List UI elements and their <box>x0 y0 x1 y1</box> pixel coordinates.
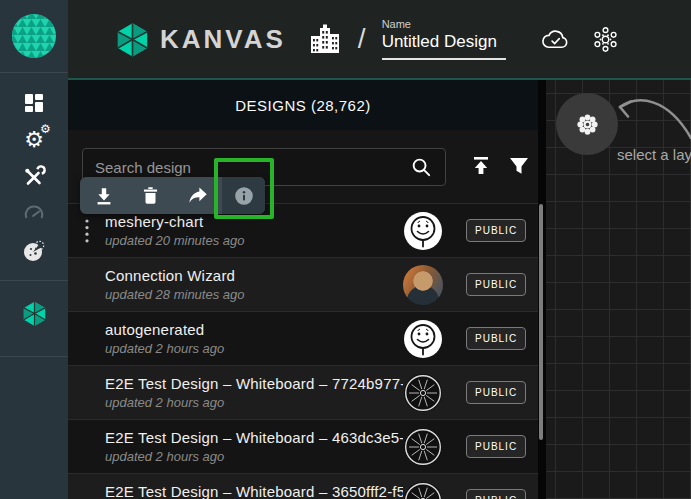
design-updated: updated 2 hours ago <box>105 341 403 356</box>
design-list-item[interactable]: E2E Test Design – Whiteboard – 3650fff2-… <box>68 473 538 499</box>
layer-select-button[interactable] <box>556 93 618 155</box>
topbar-actions <box>540 26 619 53</box>
design-updated: updated 28 minutes ago <box>105 287 403 302</box>
owner-avatar <box>403 265 443 305</box>
design-list: meshery-chart updated 20 minutes ago <box>68 203 538 499</box>
sidebar-item-kanvas[interactable] <box>0 281 68 345</box>
search-input[interactable] <box>95 159 410 176</box>
sidebar-item-catalog[interactable] <box>0 232 68 269</box>
sidebar-item-toolkit[interactable] <box>0 158 68 195</box>
sidebar-item-performance[interactable] <box>0 195 68 232</box>
visibility-badge: PUBLIC <box>466 219 526 242</box>
trash-icon <box>140 185 161 206</box>
visibility-badge: PUBLIC <box>466 327 526 350</box>
visibility-badge: PUBLIC <box>466 435 526 458</box>
toolbar-buttons <box>80 177 222 214</box>
dashboard-icon <box>22 91 46 115</box>
flower-gear-icon <box>574 111 601 138</box>
filter-funnel-icon[interactable] <box>507 154 531 178</box>
import-upload-icon[interactable] <box>469 154 493 178</box>
design-updated: updated 2 hours ago <box>105 449 403 464</box>
design-list-item[interactable]: E2E Test Design – Whiteboard – 463dc3e5-… <box>68 419 538 473</box>
wheel-avatar-icon <box>403 427 443 467</box>
selection-toolbar <box>80 177 265 214</box>
designs-panel: DESIGNS (28,762) <box>68 80 538 499</box>
owner-avatar <box>403 481 443 499</box>
canvas-hint-text: select a lay <box>617 146 691 163</box>
panel-gap <box>538 80 546 499</box>
design-title: autogenerated <box>105 321 403 338</box>
smiley-avatar-icon <box>403 319 443 359</box>
rail-divider <box>0 356 68 357</box>
left-rail: ⚙⚙ <box>0 0 68 499</box>
visibility-badge: PUBLIC <box>466 489 526 499</box>
share-arrow-icon <box>187 185 209 207</box>
cloud-saved-icon[interactable] <box>540 27 571 51</box>
design-list-item[interactable]: Connection Wizard updated 28 minutes ago… <box>68 257 538 311</box>
kanvas-hexagon-icon <box>114 21 151 58</box>
settings-gears-icon: ⚙⚙ <box>24 129 44 151</box>
owner-avatar <box>403 427 443 467</box>
kanvas-hexagon-icon <box>21 300 48 327</box>
performance-gauge-icon <box>22 202 46 226</box>
owner-avatar <box>403 211 443 251</box>
smiley-avatar-icon <box>403 211 443 251</box>
organization-building-icon[interactable] <box>308 23 342 55</box>
wheel-avatar-icon <box>403 481 443 499</box>
toolkit-icon <box>22 165 46 189</box>
kanvas-brand: KANVAS <box>114 21 286 58</box>
design-title: E2E Test Design – Whiteboard – 3650fff2-… <box>105 483 403 499</box>
design-info: E2E Test Design – Whiteboard – 463dc3e5-… <box>105 429 403 464</box>
design-list-item[interactable]: E2E Test Design – Whiteboard – 7724b977-… <box>68 365 538 419</box>
share-button[interactable] <box>187 185 209 207</box>
design-info: meshery-chart updated 20 minutes ago <box>105 213 403 248</box>
design-list-item[interactable]: autogenerated updated 2 hours ago <box>68 311 538 365</box>
download-button[interactable] <box>93 185 115 207</box>
owner-avatar <box>403 319 443 359</box>
mesh-environment-icon[interactable] <box>592 26 619 53</box>
rail-nav: ⚙⚙ <box>0 73 68 357</box>
sidebar-item-dashboard[interactable] <box>0 84 68 121</box>
visibility-badge: PUBLIC <box>466 381 526 404</box>
delete-button[interactable] <box>140 185 161 206</box>
design-name-label: Name <box>382 18 506 30</box>
top-app-bar: KANVAS / Name <box>68 0 691 80</box>
design-updated: updated 2 hours ago <box>105 395 403 410</box>
designs-panel-title: DESIGNS (28,762) <box>68 80 538 130</box>
design-title: E2E Test Design – Whiteboard – 463dc3e5- <box>105 429 403 446</box>
kanvas-app: ⚙⚙ <box>0 0 691 499</box>
breadcrumb-separator: / <box>358 23 366 55</box>
design-info: autogenerated updated 2 hours ago <box>105 321 403 356</box>
wheel-avatar-icon <box>403 373 443 413</box>
design-name-input[interactable] <box>382 32 506 60</box>
design-name-block: Name <box>382 18 506 60</box>
info-icon <box>233 185 255 207</box>
design-info: E2E Test Design – Whiteboard – 3650fff2-… <box>105 483 403 499</box>
design-updated: updated 20 minutes ago <box>105 233 403 248</box>
design-info: E2E Test Design – Whiteboard – 7724b977-… <box>105 375 403 410</box>
search-icon[interactable] <box>410 156 433 179</box>
layer5-logo-icon <box>9 11 59 61</box>
owner-avatar <box>403 373 443 413</box>
list-scrollbar[interactable] <box>539 204 543 440</box>
info-button[interactable] <box>222 177 265 214</box>
design-canvas[interactable]: select a lay <box>546 80 691 499</box>
download-icon <box>93 185 115 207</box>
design-title: E2E Test Design – Whiteboard – 7724b977-… <box>105 375 403 392</box>
design-title: Connection Wizard <box>105 267 403 284</box>
visibility-badge: PUBLIC <box>466 273 526 296</box>
catalog-chart-icon <box>21 238 47 264</box>
layer5-logo[interactable] <box>0 0 68 73</box>
brand-wordmark: KANVAS <box>160 24 286 55</box>
drag-handle-icon[interactable] <box>84 218 90 244</box>
sidebar-item-settings[interactable]: ⚙⚙ <box>0 121 68 158</box>
design-title: meshery-chart <box>105 213 403 230</box>
design-info: Connection Wizard updated 28 minutes ago <box>105 267 403 302</box>
